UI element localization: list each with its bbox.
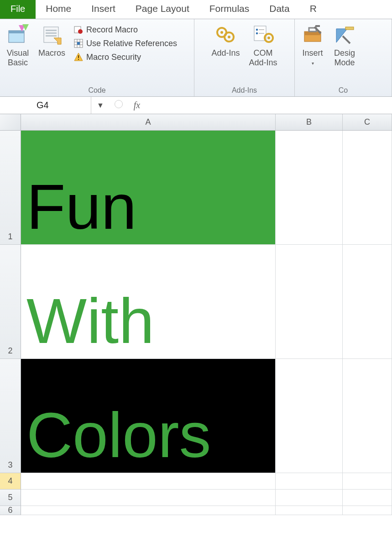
tab-home[interactable]: Home — [36, 0, 81, 19]
svg-point-10 — [78, 29, 83, 34]
tab-data[interactable]: Data — [259, 0, 299, 19]
fx-icon: fx — [134, 100, 140, 110]
dropdown-caret-icon: ▾ — [312, 61, 314, 66]
addins-label: Add-Ins — [211, 48, 240, 58]
record-macro-button[interactable]: Record Macro — [72, 24, 179, 36]
cancel-formula-button[interactable] — [110, 100, 128, 111]
row-header-3[interactable]: 3 — [0, 359, 21, 473]
com-addins-icon — [252, 23, 275, 46]
tab-formulas[interactable]: Formulas — [199, 0, 260, 19]
macros-label: Macros — [38, 48, 65, 58]
cell-b2[interactable] — [276, 245, 343, 359]
insert-label: Insert — [302, 48, 323, 58]
row-3: 3 Colors — [0, 359, 392, 473]
ribbon-tabs: File Home Insert Page Layout Formulas Da… — [0, 0, 392, 19]
cell-c6[interactable] — [343, 506, 392, 515]
name-box[interactable]: G4 — [0, 97, 91, 114]
group-addins-label: Add-Ins — [198, 86, 291, 95]
warning-icon — [73, 52, 84, 62]
cell-a4[interactable] — [21, 473, 276, 490]
svg-marker-36 — [336, 29, 347, 42]
cell-b6[interactable] — [276, 506, 343, 515]
record-macro-label: Record Macro — [86, 25, 138, 35]
cell-b4[interactable] — [276, 473, 343, 490]
svg-point-30 — [267, 37, 270, 39]
cell-a3[interactable]: Colors — [21, 359, 276, 473]
group-code: Visual Basic Macros — [0, 19, 194, 96]
formula-input[interactable] — [146, 97, 392, 114]
visual-basic-label: Visual Basic — [7, 48, 29, 67]
cell-a5[interactable] — [21, 490, 276, 506]
svg-rect-19 — [78, 59, 79, 60]
cell-a2[interactable]: With — [21, 245, 276, 359]
select-all-corner[interactable] — [0, 114, 21, 130]
col-header-b[interactable]: B — [276, 114, 343, 130]
col-header-a[interactable]: A — [21, 114, 276, 130]
design-mode-label: Desig Mode — [334, 48, 355, 67]
visual-basic-icon — [6, 23, 29, 46]
fx-button[interactable]: fx — [128, 100, 146, 111]
addins-icon — [214, 23, 237, 46]
cancel-icon — [115, 100, 123, 108]
tab-partial[interactable]: R — [300, 0, 327, 19]
name-box-dropdown[interactable]: ▼ — [91, 101, 110, 110]
spreadsheet-grid: A B C 1 Fun 2 With 3 Colors 4 — [0, 114, 392, 515]
toolbox-icon — [301, 23, 324, 46]
svg-rect-27 — [256, 32, 258, 34]
row-header-2[interactable]: 2 — [0, 245, 21, 359]
file-tab[interactable]: File — [0, 0, 36, 19]
svg-rect-6 — [46, 32, 57, 34]
macro-security-button[interactable]: Macro Security — [72, 51, 179, 63]
group-controls: Insert ▾ Desig Mode Co — [295, 19, 392, 96]
cell-a6[interactable] — [21, 506, 276, 515]
addins-button[interactable]: Add-Ins — [209, 21, 242, 60]
insert-button[interactable]: Insert ▾ — [298, 21, 327, 68]
row-2: 2 With — [0, 245, 392, 359]
svg-point-21 — [220, 31, 223, 34]
design-mode-icon — [333, 23, 356, 46]
group-code-label: Code — [4, 86, 190, 95]
formula-bar: G4 ▼ fx — [0, 97, 392, 114]
design-mode-button[interactable]: Desig Mode — [330, 21, 359, 69]
col-header-c[interactable]: C — [343, 114, 392, 130]
svg-point-23 — [228, 36, 230, 38]
relative-references-label: Use Relative References — [86, 39, 177, 48]
visual-basic-button[interactable]: Visual Basic — [4, 21, 32, 69]
column-headers: A B C — [0, 114, 392, 131]
cell-c5[interactable] — [343, 490, 392, 506]
row-1: 1 Fun — [0, 131, 392, 245]
macros-button[interactable]: Macros — [36, 21, 68, 60]
row-header-5[interactable]: 5 — [0, 490, 21, 506]
macros-icon — [41, 23, 63, 46]
ribbon: Visual Basic Macros — [0, 19, 392, 97]
tab-page-layout[interactable]: Page Layout — [125, 0, 199, 19]
cell-a2-text: With — [26, 289, 154, 353]
svg-rect-7 — [46, 35, 57, 37]
relative-references-icon — [73, 38, 84, 48]
cell-b3[interactable] — [276, 359, 343, 473]
cell-a1-text: Fun — [26, 175, 136, 239]
svg-rect-16 — [77, 42, 80, 45]
svg-rect-25 — [256, 29, 258, 31]
record-macro-icon — [73, 25, 84, 35]
svg-rect-5 — [46, 30, 57, 31]
cell-b5[interactable] — [276, 490, 343, 506]
row-header-1[interactable]: 1 — [0, 131, 21, 245]
svg-line-38 — [343, 36, 350, 43]
cell-c4[interactable] — [343, 473, 392, 490]
svg-rect-37 — [345, 27, 354, 30]
cell-c2[interactable] — [343, 245, 392, 359]
row-header-6[interactable]: 6 — [0, 506, 21, 515]
cell-c1[interactable] — [343, 131, 392, 245]
row-5: 5 — [0, 490, 392, 506]
relative-references-button[interactable]: Use Relative References — [72, 37, 179, 49]
cell-a1[interactable]: Fun — [21, 131, 276, 245]
group-controls-label: Co — [298, 86, 388, 95]
chevron-down-icon: ▼ — [97, 101, 104, 109]
row-header-4[interactable]: 4 — [0, 473, 21, 490]
macro-security-label: Macro Security — [86, 53, 141, 62]
cell-c3[interactable] — [343, 359, 392, 473]
tab-insert[interactable]: Insert — [81, 0, 125, 19]
cell-b1[interactable] — [276, 131, 343, 245]
com-addins-button[interactable]: COM Add-Ins — [246, 21, 280, 69]
